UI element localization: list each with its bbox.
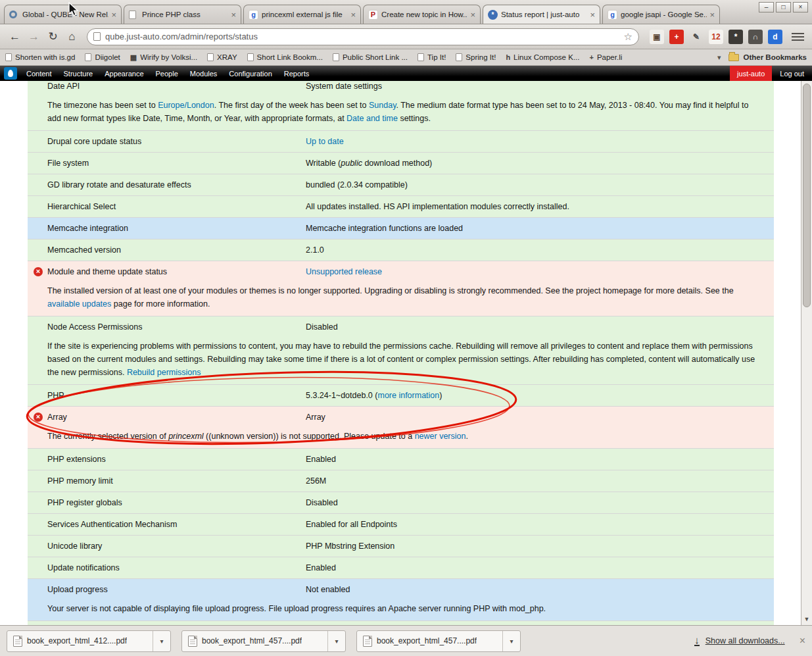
forward-button[interactable]: → [24,28,43,46]
bookmark-item[interactable]: XRAY [207,53,237,62]
browser-window: – □ × Global - QUBE - New Rel...×Prince … [0,0,812,656]
text-segment: Enabled for all Endpoints [306,520,397,529]
status-title: Array [47,411,306,424]
bookmark-star-icon[interactable]: ☆ [624,31,633,43]
scrollbar-thumb[interactable] [803,84,811,307]
download-item[interactable]: book_export_html_457....pdf▾ [181,630,346,652]
show-all-downloads-link[interactable]: Show all downloads... [705,636,785,645]
other-bookmarks-button[interactable]: Other Bookmarks [728,53,807,61]
headphones-extension-icon[interactable]: ∩ [748,30,763,44]
status-row: ×Module and theme update statusUnsupport… [28,261,774,316]
shortcut-just-auto[interactable]: just-auto [730,66,772,81]
text-segment: All updates installed. HS API implementa… [306,202,569,211]
downloads-close-icon[interactable]: × [800,635,805,647]
back-button[interactable]: ← [5,28,24,46]
download-item-main[interactable]: book_export_html_412....pdf [7,631,153,651]
doc-favicon-icon [129,11,136,19]
inline-link[interactable]: newer version [415,432,466,441]
bookmark-favicon-icon: + [589,53,593,61]
screenshot-extension-icon[interactable]: ▣ [650,30,664,44]
calendar-extension-icon[interactable]: 12 [709,30,723,44]
delicious-extension-icon[interactable]: d [768,30,782,44]
bookmark-favicon-icon: ▦ [130,53,137,62]
tab-6[interactable]: ggoogle jsapi - Google Se...× [602,5,720,24]
page-favicon-icon [93,32,101,41]
inline-link[interactable]: Up to date [306,137,344,146]
download-dropdown-chevron-icon[interactable]: ▾ [153,631,170,651]
status-value: Writable (public download method) [306,157,774,170]
maximize-button[interactable]: □ [776,2,791,13]
text-segment: Disabled [306,322,338,332]
bookmark-item[interactable]: Shorten with is.gd [5,53,75,62]
reload-button[interactable]: ↻ [43,28,62,46]
red-cross-extension-icon[interactable]: + [669,30,684,44]
bookmark-item[interactable]: Spring It! [456,53,496,62]
vertical-scrollbar[interactable]: ▼ [801,81,812,625]
status-row: Node Access PermissionsDisabledIf the si… [28,316,774,385]
download-item[interactable]: book_export_html_412....pdf▾ [7,630,171,652]
drupal-home-icon[interactable] [4,67,17,80]
inline-link[interactable]: Europe/London [158,101,214,110]
tab-close-icon[interactable]: × [111,10,116,20]
bookmarks-bar: Shorten with is.gdDiigolet▦Wirify by Vol… [0,49,812,66]
bookmark-item[interactable]: +Paper.li [589,53,622,62]
admin-item-structure[interactable]: Structure [58,66,99,81]
inline-link[interactable]: more information [377,391,439,400]
admin-item-people[interactable]: People [150,66,184,81]
status-row: PHP5.3.24-1~dotdeb.0 (more information) [28,385,774,407]
admin-item-reports[interactable]: Reports [278,66,316,81]
bookmark-page-icon [5,53,12,61]
tab-close-icon[interactable]: × [231,10,236,20]
bookmark-item[interactable]: Tip It! [418,53,446,62]
address-bar[interactable]: qube.just-auto.com/admin/reports/status … [87,28,639,45]
home-button[interactable]: ⌂ [62,28,82,46]
bookmark-item[interactable]: hLinux Compose K... [506,53,579,62]
text-segment: . [466,432,467,441]
download-item-main[interactable]: book_export_html_457....pdf [182,631,327,651]
tab-close-icon[interactable]: × [590,10,595,20]
inline-link[interactable]: Sunday [369,101,396,110]
tab-4[interactable]: PCreate new topic in How...× [363,5,481,24]
logout-button[interactable]: Log out [772,66,812,81]
close-button[interactable]: × [793,2,808,13]
text-segment: PHP Mbstring Extension [306,542,394,551]
status-icon-zone [28,540,47,553]
scroll-down-arrow-icon[interactable]: ▼ [801,614,812,624]
bookmark-item[interactable]: ▦Wirify by Volksi... [130,53,197,62]
asterisk-extension-icon[interactable]: * [728,30,743,44]
minimize-button[interactable]: – [759,2,774,13]
status-value: All updates installed. HS API implementa… [306,201,774,213]
admin-item-modules[interactable]: Modules [184,66,224,81]
bookmark-item[interactable]: Public Short Link ... [333,53,408,62]
emphasis-text: princexml [168,432,204,441]
inline-link[interactable]: Unsupported release [306,267,382,276]
bookmark-item[interactable]: Diigolet [85,53,120,62]
text-segment: 5.3.24-1~dotdeb.0 ( [306,391,377,400]
inline-link[interactable]: available updates [47,299,111,309]
download-dropdown-chevron-icon[interactable]: ▾ [502,631,520,651]
tab-2[interactable]: Prince PHP class× [124,5,241,24]
text-segment: Not enabled [306,585,350,594]
url-text[interactable]: qube.just-auto.com/admin/reports/status [105,32,620,41]
bookmarks-overflow-chevron-icon[interactable]: ▾ [717,53,721,62]
tab-close-icon[interactable]: × [709,10,715,20]
tab-5[interactable]: *Status report | just-auto× [483,5,600,24]
status-row: Memcached version2.1.0 [28,240,774,261]
menu-button[interactable] [789,30,807,44]
bookmark-item[interactable]: Short Link Bookm... [247,53,323,62]
admin-item-configuration[interactable]: Configuration [223,66,277,81]
tab-close-icon[interactable]: × [470,10,475,20]
download-item-main[interactable]: book_export_html_457....pdf [357,631,502,651]
inline-link[interactable]: Rebuild permissions [127,368,201,377]
tab-close-icon[interactable]: × [350,10,356,20]
admin-item-appearance[interactable]: Appearance [99,66,149,81]
pen-extension-icon[interactable]: ✎ [689,30,704,44]
google-favicon-icon: g [249,10,258,20]
download-item[interactable]: book_export_html_457....pdf▾ [356,630,521,652]
admin-item-content[interactable]: Content [20,66,58,81]
download-dropdown-chevron-icon[interactable]: ▾ [327,631,345,651]
tab-1[interactable]: Global - QUBE - New Rel...× [4,5,122,24]
inline-link[interactable]: Date and time [346,114,398,123]
tab-3[interactable]: gprincexml external js file× [243,5,361,24]
text-segment: Memcache integration functions are loade… [306,224,463,233]
